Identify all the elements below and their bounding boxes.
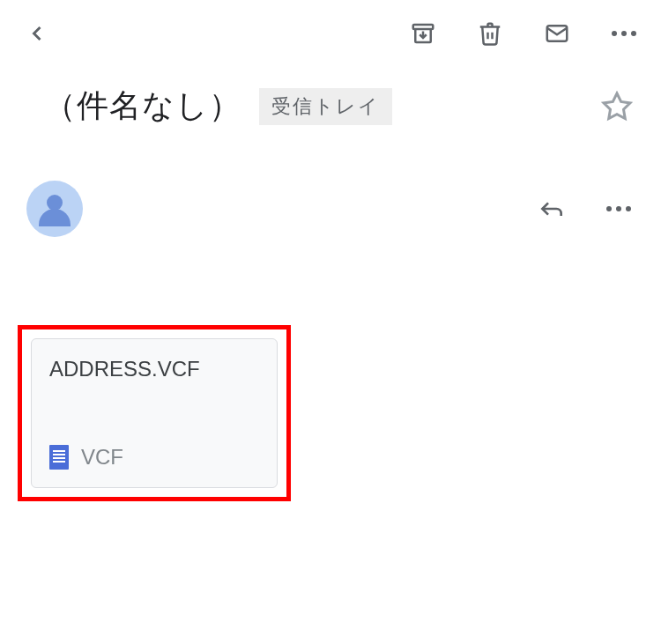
inbox-label[interactable]: 受信トレイ <box>259 88 392 125</box>
file-icon <box>49 445 69 470</box>
sender-actions <box>536 193 635 225</box>
svg-marker-5 <box>604 93 630 119</box>
mark-unread-button[interactable] <box>541 18 573 49</box>
attachment-card[interactable]: ADDRESS.VCF VCF <box>31 338 278 488</box>
avatar[interactable] <box>26 181 83 237</box>
attachment-footer: VCF <box>49 445 259 470</box>
reply-button[interactable] <box>536 193 568 225</box>
sender-row <box>0 145 661 255</box>
star-icon <box>601 91 633 122</box>
highlight-annotation: ADDRESS.VCF VCF <box>18 325 291 501</box>
toolbar-right <box>407 18 640 49</box>
toolbar-left <box>21 18 372 49</box>
message-more-button[interactable] <box>603 193 635 225</box>
mail-icon <box>544 20 570 47</box>
archive-icon <box>410 20 436 47</box>
svg-rect-0 <box>413 25 434 29</box>
reply-icon <box>538 195 566 223</box>
subject-row: （件名なし） 受信トレイ <box>0 67 661 145</box>
person-icon <box>37 191 72 226</box>
attachment-area: ADDRESS.VCF VCF <box>0 307 661 519</box>
trash-icon <box>477 20 503 47</box>
subject-text: （件名なし） <box>44 85 241 128</box>
toolbar <box>0 0 661 67</box>
more-icon <box>612 31 636 36</box>
attachment-type: VCF <box>81 445 123 470</box>
archive-button[interactable] <box>407 18 439 49</box>
more-button[interactable] <box>608 18 640 49</box>
back-arrow-icon <box>25 21 49 46</box>
delete-button[interactable] <box>474 18 506 49</box>
star-button[interactable] <box>599 89 635 124</box>
attachment-filename: ADDRESS.VCF <box>49 357 259 381</box>
back-button[interactable] <box>21 18 53 49</box>
more-icon <box>606 206 631 211</box>
